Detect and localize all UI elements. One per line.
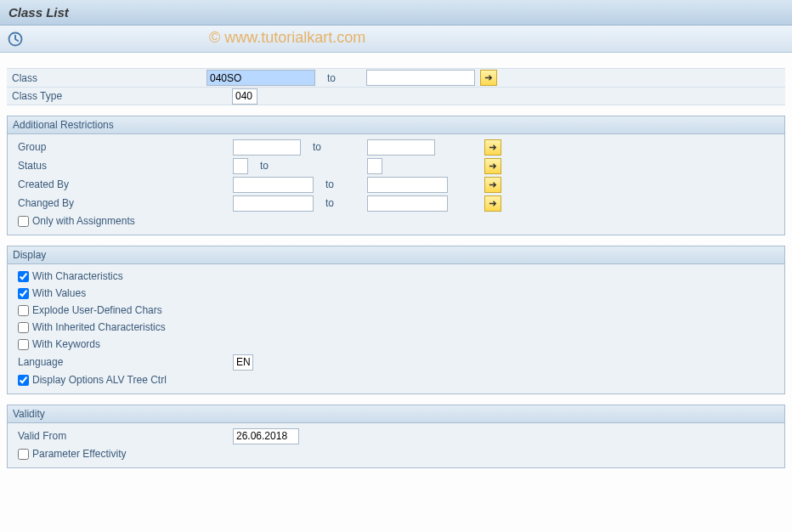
created-from-input[interactable] <box>233 177 314 193</box>
execute-icon[interactable] <box>7 31 24 48</box>
param-effectivity-checkbox[interactable] <box>18 449 29 460</box>
group-to-input[interactable] <box>367 139 435 156</box>
changed-by-label: Changed By <box>8 197 207 209</box>
display-header: Display <box>8 246 784 264</box>
inherited-label: With Inherited Characteristics <box>32 321 166 333</box>
selection-fields: Class to Class Type <box>7 68 785 105</box>
group-multi-button[interactable] <box>484 139 501 156</box>
with-values-checkbox[interactable] <box>18 288 29 299</box>
class-to-input[interactable] <box>366 70 475 86</box>
status-label: Status <box>8 160 207 172</box>
alv-tree-checkbox[interactable] <box>18 375 29 386</box>
class-multi-select-button[interactable] <box>480 70 497 86</box>
alv-tree-label: Display Options ALV Tree Ctrl <box>32 374 167 386</box>
explode-checkbox[interactable] <box>18 305 29 316</box>
validity-group: Validity Valid From Parameter Effectivit… <box>7 405 785 468</box>
only-assignments-label: Only with Assignments <box>32 215 135 227</box>
explode-label: Explode User-Defined Chars <box>32 304 162 316</box>
keywords-label: With Keywords <box>32 338 100 350</box>
class-type-label: Class Type <box>7 90 206 102</box>
with-characteristics-checkbox[interactable] <box>18 271 29 282</box>
created-to-input[interactable] <box>367 177 448 193</box>
inherited-checkbox[interactable] <box>18 322 29 333</box>
restrictions-header: Additional Restrictions <box>8 116 784 134</box>
language-label: Language <box>8 356 233 368</box>
additional-restrictions-group: Additional Restrictions Group to Status … <box>7 116 785 235</box>
with-values-label: With Values <box>32 287 86 299</box>
language-input[interactable] <box>233 354 253 371</box>
validity-header: Validity <box>8 405 784 423</box>
changed-to-input[interactable] <box>367 195 448 212</box>
created-by-label: Created By <box>8 178 207 190</box>
group-label: Group <box>8 141 207 153</box>
to-label: to <box>314 178 367 190</box>
keywords-checkbox[interactable] <box>18 339 29 350</box>
content-area: Class to Class Type Additional Restricti… <box>0 53 792 475</box>
changed-from-input[interactable] <box>233 195 314 212</box>
to-label: to <box>315 72 366 84</box>
page-title: Class List <box>0 0 792 25</box>
to-label: to <box>248 160 367 172</box>
to-label: to <box>301 141 367 153</box>
created-multi-button[interactable] <box>484 177 501 193</box>
toolbar: © www.tutorialkart.com <box>0 25 792 53</box>
valid-from-input[interactable] <box>233 428 299 444</box>
class-from-input[interactable] <box>206 70 315 86</box>
changed-multi-button[interactable] <box>484 195 501 212</box>
valid-from-label: Valid From <box>8 430 233 442</box>
with-characteristics-label: With Characteristics <box>32 270 123 282</box>
param-effectivity-label: Parameter Effectivity <box>32 448 126 460</box>
class-type-input[interactable] <box>232 88 257 105</box>
to-label: to <box>314 197 367 209</box>
class-label: Class <box>7 72 206 84</box>
status-to-input[interactable] <box>367 158 382 174</box>
watermark: © www.tutorialkart.com <box>209 29 365 47</box>
display-group: Display With Characteristics With Values… <box>7 246 785 394</box>
only-assignments-checkbox[interactable] <box>18 216 29 227</box>
status-from-input[interactable] <box>233 158 248 174</box>
group-from-input[interactable] <box>233 139 301 156</box>
status-multi-button[interactable] <box>484 158 501 174</box>
